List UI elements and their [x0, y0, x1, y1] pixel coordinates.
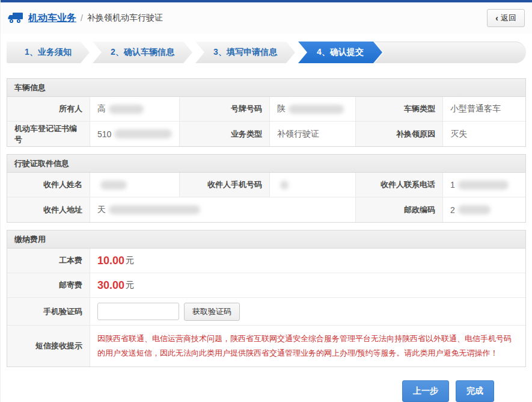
- step-4-label: 4、确认提交: [317, 47, 364, 58]
- redacted-value: [458, 205, 491, 214]
- previous-step-button[interactable]: 上一步: [402, 380, 449, 402]
- field-value-recipient-mobile: [270, 173, 356, 197]
- truck-icon: [8, 12, 23, 24]
- postage-fee-unit: 元: [126, 280, 134, 291]
- field-value-vehicle-type: 小型普通客车: [443, 97, 525, 122]
- redacted-value: [280, 181, 289, 190]
- field-label-registration-no: 机动车登记证书编号: [7, 122, 90, 146]
- back-button-label: 返回: [501, 13, 516, 23]
- page-title[interactable]: 机动车业务: [28, 12, 76, 25]
- production-fee-amount: 10.00: [97, 255, 124, 267]
- section-fees: 缴纳费用 工本费 10.00 元 邮寄费 30.00 元 手机验证码 获取验证码…: [7, 230, 526, 367]
- sms-notice-text: 因陕西省联通、电信运营商技术问题，陕西省互联网交通安全综合服务管理平台无法向持陕…: [97, 332, 518, 360]
- back-button[interactable]: ‹ 返回: [487, 9, 525, 27]
- breadcrumb-separator: /: [81, 13, 83, 23]
- field-label-business-type: 业务类型: [180, 122, 270, 146]
- step-3-label: 3、填写申请信息: [213, 47, 277, 58]
- field-label-sms-code: 手机验证码: [7, 298, 90, 326]
- field-label-postal-code: 邮政编码: [356, 197, 443, 222]
- field-value-postage-fee: 30.00 元: [90, 273, 525, 298]
- production-fee-unit: 元: [126, 255, 134, 266]
- field-label-owner: 所有人: [7, 97, 90, 122]
- breadcrumb-current: 补换领机动车行驶证: [87, 13, 163, 23]
- field-label-production-fee: 工本费: [7, 249, 90, 273]
- page-header: 机动车业务 / 补换领机动车行驶证 ‹ 返回: [1, 2, 532, 34]
- step-wizard: 1、业务须知 2、确认车辆信息 3、填写申请信息 4、确认提交: [7, 42, 526, 63]
- redacted-value: [114, 129, 172, 138]
- field-value-sms-notice: 因陕西省联通、电信运营商技术问题，陕西省互联网交通安全综合服务管理平台无法向持陕…: [90, 326, 525, 366]
- section-pickup-info: 行驶证取件信息 收件人姓名 收件人手机号码 收件人联系电话 1 收件人地址 天 …: [7, 154, 526, 223]
- step-1-notice[interactable]: 1、业务须知: [7, 42, 90, 63]
- postage-fee-amount: 30.00: [97, 279, 124, 292]
- section-vehicle-info: 车辆信息 所有人 高 号牌号码 陕 车辆类型 小型普通客车 机动车登记证书编号 …: [7, 78, 526, 147]
- field-label-recipient-address: 收件人地址: [7, 197, 90, 222]
- pickup-table: 收件人姓名 收件人手机号码 收件人联系电话 1 收件人地址 天 邮政编码 2: [7, 173, 525, 222]
- redacted-value: [109, 205, 200, 214]
- field-label-recipient-tel: 收件人联系电话: [356, 173, 443, 197]
- field-value-owner: 高: [90, 97, 180, 122]
- sms-code-input[interactable]: [97, 303, 179, 320]
- section-fees-title: 缴纳费用: [7, 230, 525, 249]
- field-value-recipient-name: [90, 173, 180, 197]
- get-sms-code-button[interactable]: 获取验证码: [184, 303, 240, 321]
- field-label-sms-notice: 短信接收提示: [7, 326, 90, 366]
- field-label-reissue-reason: 补换领原因: [356, 122, 443, 146]
- step-3-fill-application[interactable]: 3、填写申请信息: [195, 42, 295, 63]
- finish-button[interactable]: 完成: [456, 380, 494, 402]
- field-value-production-fee: 10.00 元: [90, 249, 525, 273]
- field-label-recipient-name: 收件人姓名: [7, 173, 90, 197]
- redacted-value: [458, 181, 509, 190]
- step-2-confirm-vehicle[interactable]: 2、确认车辆信息: [93, 42, 192, 63]
- field-value-recipient-tel: 1: [443, 173, 525, 197]
- vehicle-table: 所有人 高 号牌号码 陕 车辆类型 小型普通客车 机动车登记证书编号 510 业…: [7, 97, 525, 146]
- field-label-recipient-mobile: 收件人手机号码: [180, 173, 270, 197]
- section-vehicle-title: 车辆信息: [7, 79, 525, 97]
- field-value-business-type: 补领行驶证: [270, 122, 356, 146]
- field-label-postage-fee: 邮寄费: [7, 273, 90, 298]
- redacted-value: [289, 105, 344, 114]
- footer-actions: 上一步 完成: [1, 380, 494, 402]
- step-4-confirm-submit[interactable]: 4、确认提交: [298, 42, 382, 63]
- field-value-plate: 陕: [270, 97, 356, 122]
- field-value-postal-code: 2: [443, 197, 525, 222]
- chevron-left-icon: ‹: [495, 14, 498, 22]
- field-label-vehicle-type: 车辆类型: [356, 97, 443, 122]
- step-1-label: 1、业务须知: [25, 47, 72, 58]
- field-value-recipient-address: 天: [90, 197, 356, 222]
- redacted-value: [109, 105, 144, 114]
- field-value-sms-code: 获取验证码: [90, 298, 525, 326]
- field-label-plate: 号牌号码: [180, 97, 270, 122]
- step-2-label: 2、确认车辆信息: [111, 47, 174, 58]
- field-value-reissue-reason: 灭失: [443, 122, 525, 146]
- redacted-value: [100, 181, 127, 190]
- fees-table: 工本费 10.00 元 邮寄费 30.00 元 手机验证码 获取验证码 短信接收…: [7, 249, 525, 366]
- field-value-registration-no: 510: [90, 122, 180, 146]
- section-pickup-title: 行驶证取件信息: [7, 155, 525, 173]
- step-bar-remainder: [375, 42, 526, 63]
